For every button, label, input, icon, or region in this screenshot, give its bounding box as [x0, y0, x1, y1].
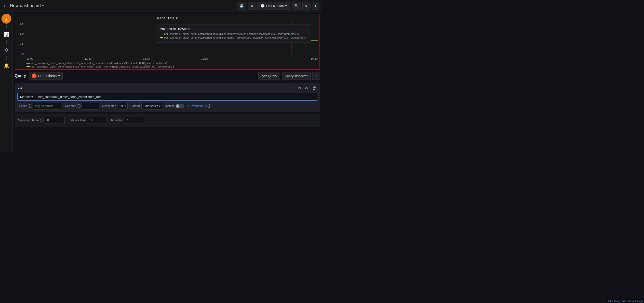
- sidebar-icon-chart[interactable]: 📊: [2, 30, 11, 39]
- min-time-input[interactable]: [45, 117, 64, 124]
- metric-input[interactable]: [36, 93, 317, 101]
- x-label-11-00: 11:00: [26, 57, 34, 60]
- time-range-chevron: ▾: [285, 4, 287, 8]
- sidebar-icon-alerts[interactable]: 🔔: [2, 61, 11, 71]
- query-row-a-label: ▾ A: [18, 86, 22, 90]
- min-time-interval-group: Min time interval i: [18, 117, 64, 124]
- chart-tooltip: 2020-03-31 15:58:30 net_conntrack_dialer…: [156, 25, 311, 43]
- sidebar-icon-grafana[interactable]: 🔥: [2, 14, 11, 24]
- panel-title-bar: Panel Title ▾: [15, 14, 320, 22]
- time-shift-group: Time shift: [111, 117, 144, 124]
- chart-x-labels: 11:00 11:30 12:00 12:30 16:30: [26, 55, 318, 60]
- query-row-up-button[interactable]: ↑: [291, 86, 295, 91]
- prometheus-link[interactable]: ↗ Prometheus i: [187, 104, 211, 108]
- tooltip-text-2: net_conntrack_dialer_conn_established_to…: [164, 36, 307, 39]
- time-shift-label: Time shift: [111, 119, 124, 122]
- legend-color-green: [26, 63, 30, 64]
- search-button[interactable]: 🔍: [292, 2, 301, 10]
- sidebar-icon-settings[interactable]: ⚙: [2, 45, 11, 55]
- time-range-label: Last 6 hours: [266, 4, 284, 8]
- x-label-12-00: 12:00: [143, 57, 150, 60]
- min-step-input[interactable]: [82, 103, 99, 110]
- more-button[interactable]: ▾: [312, 2, 319, 10]
- format-chevron: ▾: [159, 104, 160, 108]
- grid-line-top: [26, 22, 318, 22]
- query-label: Query: [15, 74, 26, 78]
- legend-text-2: net_conntrack_dialer_conn_established_to…: [32, 65, 174, 68]
- datasource-select[interactable]: P Prometheus ▾: [29, 72, 62, 80]
- tooltip-time: 2020-03-31 15:58:30: [160, 27, 307, 31]
- x-label-16-30: 16:30: [311, 57, 318, 60]
- min-step-info-icon[interactable]: i: [77, 104, 80, 108]
- panel-title: Panel Title: [157, 16, 174, 20]
- dashboard-title-chevron[interactable]: ▾: [42, 4, 44, 8]
- prometheus-link-label: Prometheus: [191, 104, 207, 108]
- chart-main: 11:00 11:30 12:00 12:30 16:30 2020-03-31…: [26, 22, 318, 60]
- query-section: Query P Prometheus ▾ Add Query Query Ins…: [13, 70, 322, 152]
- query-row-copy-button[interactable]: ⧉: [297, 86, 302, 91]
- grid-line-mid2: [26, 44, 318, 44]
- resolution-select[interactable]: 1/1 ▾: [118, 103, 128, 110]
- datasource-label: Prometheus: [38, 74, 56, 78]
- metrics-chevron: ▾: [32, 95, 33, 99]
- save-button[interactable]: 💾: [237, 2, 246, 10]
- query-inspector-button[interactable]: Query Inspector: [282, 72, 311, 80]
- metrics-button[interactable]: Metrics ▾: [18, 93, 36, 101]
- dashboard-title-text: New dashboard: [10, 3, 41, 8]
- legend-option-group: Legend i: [18, 103, 62, 110]
- clock-icon: 🕐: [261, 4, 264, 8]
- legend-input[interactable]: [33, 103, 62, 110]
- legend-option-label: Legend i: [18, 104, 32, 108]
- help-button[interactable]: ?: [312, 72, 320, 80]
- header-actions: 💾 ⚙ 🕐 Last 6 hours ▾ 🔍 ↺ ▾: [237, 2, 319, 10]
- resolution-value: 1/1: [119, 104, 124, 108]
- min-step-option-group: Min step i: [65, 103, 99, 110]
- query-row-a: ▾ A ↓ ↑ ⧉ 👁 🗑 Metrics ▾: [15, 83, 320, 112]
- prometheus-info-icon[interactable]: i: [208, 104, 211, 108]
- query-row-down-button[interactable]: ↓: [285, 86, 289, 91]
- tooltip-dot-green: [160, 34, 163, 34]
- add-query-button[interactable]: Add Query: [258, 72, 280, 80]
- instant-option-group: Instant: [165, 104, 184, 108]
- legend-item-1: net_conntrack_dialer_conn_established_to…: [26, 62, 318, 65]
- y-label-1.0: 1.0: [20, 32, 24, 35]
- metrics-row: Metrics ▾: [18, 93, 317, 101]
- query-row-chevron[interactable]: ▾: [18, 86, 19, 90]
- min-time-interval-label: Min time interval i: [18, 119, 44, 122]
- panel-area: Panel Title ▾ 1.5 1.0 0.5 0: [15, 14, 320, 70]
- back-button[interactable]: ←: [3, 3, 8, 9]
- instant-toggle[interactable]: [176, 104, 184, 108]
- resolution-label: Resolution: [102, 104, 116, 108]
- time-range-button[interactable]: 🕐 Last 6 hours ▾: [258, 2, 290, 10]
- query-row-a-actions: ↓ ↑ ⧉ 👁 🗑: [285, 86, 317, 91]
- toggle-knob: [176, 104, 180, 108]
- format-select[interactable]: Time series ▾: [141, 103, 162, 110]
- sidebar-connector-1: [6, 25, 7, 29]
- x-label-12-30: 12:30: [201, 57, 208, 60]
- refresh-button[interactable]: ↺: [302, 2, 310, 10]
- legend-info-icon[interactable]: i: [28, 104, 32, 108]
- content-area: Panel Title ▾ 1.5 1.0 0.5 0: [13, 12, 322, 152]
- prometheus-link-group: ↗ Prometheus i: [187, 104, 211, 108]
- legend-color-yellow: [26, 66, 30, 67]
- resolution-chevron: ▾: [124, 104, 126, 108]
- settings-button[interactable]: ⚙: [248, 2, 256, 10]
- metrics-label: Metrics: [20, 95, 30, 99]
- panel-title-chevron[interactable]: ▾: [176, 16, 178, 20]
- format-value: Time series: [143, 104, 158, 108]
- min-step-label: Min step i: [65, 104, 80, 108]
- time-shift-input[interactable]: [125, 117, 144, 124]
- external-link-icon: ↗: [187, 104, 190, 108]
- relative-time-label: Relative time: [68, 119, 86, 122]
- legend-text-1: net_conntrack_dialer_conn_established_to…: [32, 62, 168, 65]
- y-label-0.5: 0.5: [20, 42, 24, 45]
- main-layout: 🔥 📊 ⚙ 🔔 Panel Title ▾ 1.5 1.0 0.5 0: [0, 12, 322, 152]
- query-row-delete-button[interactable]: 🗑: [312, 86, 317, 91]
- format-label: Format: [130, 104, 140, 108]
- relative-time-input[interactable]: [87, 117, 107, 124]
- min-time-info-icon[interactable]: i: [40, 119, 44, 122]
- y-label-1.5: 1.5: [20, 22, 24, 25]
- y-label-0: 0: [22, 52, 24, 55]
- query-row-hide-button[interactable]: 👁: [304, 86, 310, 91]
- more-icon: ▾: [315, 4, 316, 8]
